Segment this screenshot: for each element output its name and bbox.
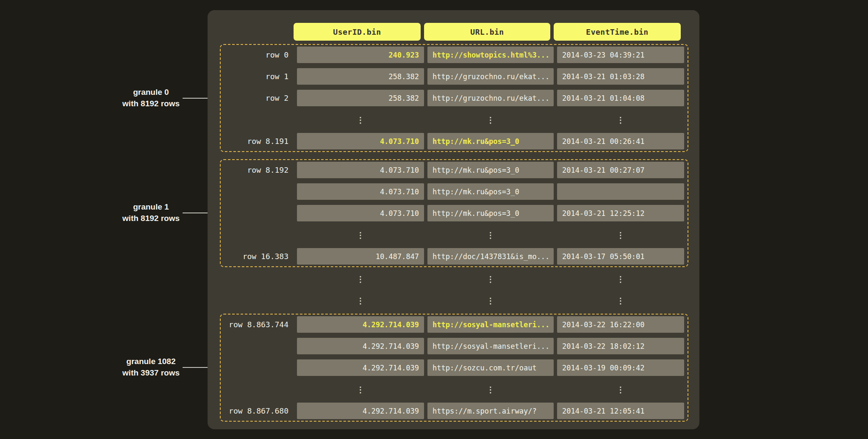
url-cell: http://mk.ru&pos=3_0 [427, 162, 554, 178]
ellipsis-icon: ⋮ [557, 226, 684, 243]
url-cell: http://mk.ru&pos=3_0 [427, 133, 554, 149]
column-header-eventtime: EventTime.bin [554, 23, 681, 41]
ellipsis-row: ⋮ ⋮ ⋮ [224, 226, 684, 243]
eventtime-cell: 2014-03-21 00:26:41 [557, 133, 684, 149]
table-row: row 8.863.744 4.292.714.039 http://sosya… [224, 316, 684, 333]
granule-1082-box: row 8.863.744 4.292.714.039 http://sosya… [220, 314, 688, 422]
row-label: row 1 [224, 72, 288, 81]
table-row: 4.292.714.039 http://sozcu.com.tr/oaut 2… [224, 359, 684, 376]
ellipsis-icon: ⋮ [427, 381, 554, 398]
row-label: row 8.191 [224, 137, 288, 146]
ellipsis-icon: ⋮ [297, 381, 424, 398]
ellipsis-icon: ⋮ [557, 271, 684, 287]
granule-1082-label-line1: granule 1082 [122, 356, 180, 367]
ellipsis-icon: ⋮ [297, 271, 424, 287]
url-cell: http://mk.ru&pos=3_0 [427, 183, 554, 200]
table-row: row 16.383 10.487.847 http://doc/1437831… [224, 248, 684, 265]
eventtime-cell: 2014-03-19 00:09:42 [557, 359, 684, 376]
table-row: 4.073.710 http://mk.ru&pos=3_0 [224, 183, 684, 200]
granule-1-label-line1: granule 1 [122, 202, 180, 213]
eventtime-cell: 2014-03-21 01:04:08 [557, 90, 684, 106]
url-cell: http://mk.ru&pos=3_0 [427, 205, 554, 221]
url-cell: http://gruzochno.ru/ekat... [427, 68, 554, 85]
ellipsis-icon: ⋮ [557, 381, 684, 398]
row-label: row 8.863.744 [224, 320, 288, 329]
ellipsis-icon: ⋮ [557, 111, 684, 128]
eventtime-cell: 2014-03-22 16:22:00 [557, 316, 684, 333]
ellipsis-row: ⋮ ⋮ ⋮ [224, 111, 684, 128]
userid-cell: 240.923 [297, 47, 424, 63]
userid-cell: 4.073.710 [297, 205, 424, 221]
userid-cell: 4.292.714.039 [297, 403, 424, 419]
granule-1-label-line2: with 8192 rows [122, 213, 180, 224]
granule-0-label-line2: with 8192 rows [122, 98, 180, 110]
userid-cell: 4.073.710 [297, 162, 424, 178]
userid-cell: 4.073.710 [297, 133, 424, 149]
table-row: row 2 258.382 http://gruzochno.ru/ekat..… [224, 90, 684, 106]
ellipsis-row: ⋮ ⋮ ⋮ [224, 271, 699, 287]
granule-1082-label-line2: with 3937 rows [122, 367, 180, 379]
ellipsis-icon: ⋮ [427, 271, 554, 287]
url-cell: http://sosyal-mansetleri... [427, 316, 554, 333]
column-headers: UserID.bin URL.bin EventTime.bin [294, 23, 699, 41]
eventtime-cell: 2014-03-22 18:02:12 [557, 338, 684, 354]
userid-cell: 4.292.714.039 [297, 316, 424, 333]
granule-1082-label: granule 1082 with 3937 rows [122, 356, 180, 378]
granule-0-label: granule 0 with 8192 rows [122, 87, 180, 109]
column-header-userid: UserID.bin [294, 23, 421, 41]
row-label: row 8.867.680 [224, 406, 288, 415]
userid-cell: 258.382 [297, 90, 424, 106]
ellipsis-icon: ⋮ [427, 292, 554, 309]
userid-cell: 4.292.714.039 [297, 338, 424, 354]
eventtime-cell: 2014-03-21 01:03:28 [557, 68, 684, 85]
table-row: row 1 258.382 http://gruzochno.ru/ekat..… [224, 68, 684, 85]
url-cell: http://sosyal-mansetleri... [427, 338, 554, 354]
column-header-url: URL.bin [424, 23, 550, 41]
granule-1-box: row 8.192 4.073.710 http://mk.ru&pos=3_0… [220, 159, 688, 267]
row-label: row 0 [224, 50, 288, 59]
url-cell: http://gruzochno.ru/ekat... [427, 90, 554, 106]
ellipsis-icon: ⋮ [297, 111, 424, 128]
url-cell: https://m.sport.airway/? [427, 403, 554, 419]
eventtime-cell: 2014-03-21 00:27:07 [557, 162, 684, 178]
userid-cell: 4.073.710 [297, 183, 424, 200]
userid-cell: 10.487.847 [297, 248, 424, 265]
table-row: 4.073.710 http://mk.ru&pos=3_0 2014-03-2… [224, 205, 684, 221]
eventtime-cell: 2014-03-21 12:05:41 [557, 403, 684, 419]
userid-cell: 4.292.714.039 [297, 359, 424, 376]
row-label: row 16.383 [224, 252, 288, 261]
granule-1-label: granule 1 with 8192 rows [122, 202, 180, 224]
eventtime-cell: 2014-03-23 04:39:21 [557, 47, 684, 63]
ellipsis-icon: ⋮ [297, 292, 424, 309]
granule-0-box: row 0 240.923 http://showtopics.html%3..… [220, 44, 688, 152]
eventtime-cell: 2014-03-17 05:50:01 [557, 248, 684, 265]
userid-cell: 258.382 [297, 68, 424, 85]
url-cell: http://doc/1437831&is_mo... [427, 248, 554, 265]
row-label: row 8.192 [224, 166, 288, 174]
table-row: row 8.192 4.073.710 http://mk.ru&pos=3_0… [224, 162, 684, 178]
data-file-panel: UserID.bin URL.bin EventTime.bin row 0 2… [208, 10, 699, 429]
ellipsis-icon: ⋮ [557, 292, 684, 309]
table-row: row 8.867.680 4.292.714.039 https://m.sp… [224, 403, 684, 419]
eventtime-cell [557, 183, 684, 200]
url-cell: http://sozcu.com.tr/oaut [427, 359, 554, 376]
eventtime-cell: 2014-03-21 12:25:12 [557, 205, 684, 221]
url-cell: http://showtopics.html%3... [427, 47, 554, 63]
ellipsis-icon: ⋮ [297, 226, 424, 243]
table-row: row 8.191 4.073.710 http://mk.ru&pos=3_0… [224, 133, 684, 149]
ellipsis-row: ⋮ ⋮ ⋮ [224, 292, 699, 309]
row-label: row 2 [224, 94, 288, 102]
table-row: row 0 240.923 http://showtopics.html%3..… [224, 47, 684, 63]
table-row: 4.292.714.039 http://sosyal-mansetleri..… [224, 338, 684, 354]
diagram-stage: granule 0 with 8192 rows granule 1 with … [0, 0, 868, 439]
granule-0-label-line1: granule 0 [122, 87, 180, 98]
ellipsis-row: ⋮ ⋮ ⋮ [224, 381, 684, 398]
ellipsis-icon: ⋮ [427, 226, 554, 243]
ellipsis-icon: ⋮ [427, 111, 554, 128]
